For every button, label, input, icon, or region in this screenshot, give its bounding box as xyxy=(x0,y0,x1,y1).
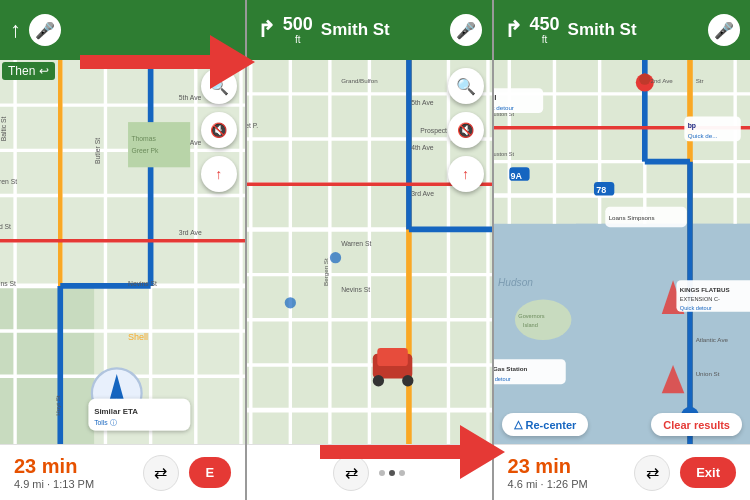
svg-text:Nevins St: Nevins St xyxy=(128,280,157,287)
svg-text:Nevins St: Nevins St xyxy=(341,286,370,293)
nav-distance-3: 450 ft xyxy=(530,15,560,46)
recenter-button[interactable]: △ Re-center xyxy=(502,413,589,436)
nav-header-3: ↱ 450 ft Smith St 🎤 xyxy=(494,0,750,60)
eta-info-3: 23 min 4.6 mi · 1:26 PM xyxy=(508,455,625,490)
svg-text:Gulf Gas Station: Gulf Gas Station xyxy=(494,365,528,372)
route-options-button-1[interactable]: ⇄ xyxy=(143,455,179,491)
panels-container: ↑ 🎤 Then ↩ Boerum Park xyxy=(0,0,750,500)
mic-button-2[interactable]: 🎤 xyxy=(450,14,482,46)
nav-distance-2: 500 ft xyxy=(283,15,313,46)
svg-text:Atlantic Ave: Atlantic Ave xyxy=(695,336,728,343)
bottom-bar-3: 23 min 4.6 mi · 1:26 PM ⇄ Exit xyxy=(494,444,750,500)
svg-text:Grand/Bulfon: Grand/Bulfon xyxy=(341,77,378,84)
svg-text:E Houston St: E Houston St xyxy=(494,151,515,157)
svg-point-72 xyxy=(402,375,413,386)
clear-results-button[interactable]: Clear results xyxy=(651,413,742,436)
compass-2[interactable]: ↑ xyxy=(448,156,484,192)
svg-text:5th Ave: 5th Ave xyxy=(411,99,434,106)
bottom-bar-2: ⇄ xyxy=(247,444,492,500)
panel-3: ↱ 450 ft Smith St 🎤 xyxy=(494,0,750,500)
svg-text:Warren St: Warren St xyxy=(341,240,371,247)
svg-text:Quick detour: Quick detour xyxy=(494,376,511,382)
dot-3 xyxy=(399,470,405,476)
svg-text:5th Ave: 5th Ave xyxy=(179,94,202,101)
eta-info-1: 23 min 4.9 mi · 1:13 PM xyxy=(14,455,133,490)
sound-button-2[interactable]: 🔇 xyxy=(448,112,484,148)
svg-text:Quick de...: Quick de... xyxy=(687,132,717,139)
compass-1[interactable]: ↑ xyxy=(201,156,237,192)
svg-rect-33 xyxy=(128,122,190,167)
eta-details-1: 4.9 mi · 1:13 PM xyxy=(14,478,133,490)
bottom-bar-1: 23 min 4.9 mi · 1:13 PM ⇄ E xyxy=(0,444,245,500)
nav-direction-arrow-3: ↱ xyxy=(504,17,522,43)
svg-text:2nd Ave: 2nd Ave xyxy=(650,77,673,84)
svg-text:bp: bp xyxy=(687,122,695,130)
nav-header-1: ↑ 🎤 xyxy=(0,0,245,60)
svg-text:Similar ETA: Similar ETA xyxy=(94,407,138,416)
svg-text:Bergen St: Bergen St xyxy=(321,258,328,286)
eta-time-1: 23 min xyxy=(14,455,133,478)
svg-rect-70 xyxy=(377,348,407,366)
exit-button[interactable]: Exit xyxy=(680,457,736,488)
nav-direction-arrow-2: ↱ xyxy=(257,17,275,43)
svg-text:Bullet P.: Bullet P. xyxy=(247,122,258,129)
panel-2: ↱ 500 ft Smith St 🎤 xyxy=(247,0,494,500)
svg-text:KINGS FLATBUS: KINGS FLATBUS xyxy=(679,286,729,293)
search-button-2[interactable]: 🔍 xyxy=(448,68,484,104)
svg-text:Hoyt St: Hoyt St xyxy=(54,395,61,416)
svg-text:Shell: Shell xyxy=(128,332,148,342)
then-label: Then ↩ xyxy=(2,62,55,80)
svg-text:Baltic St: Baltic St xyxy=(0,116,7,141)
svg-point-73 xyxy=(330,252,341,263)
svg-text:Quick detour: Quick detour xyxy=(494,104,514,111)
svg-text:Tolls ⓘ: Tolls ⓘ xyxy=(94,419,116,426)
expand-button-1[interactable]: E xyxy=(189,457,231,488)
panel-1: ↑ 🎤 Then ↩ Boerum Park xyxy=(0,0,247,500)
svg-text:Loans Simpsons: Loans Simpsons xyxy=(608,214,654,221)
svg-text:78: 78 xyxy=(596,185,606,195)
route-options-button-2[interactable]: ⇄ xyxy=(333,455,369,491)
progress-dots xyxy=(379,470,405,476)
search-button-1[interactable]: 🔍 xyxy=(201,68,237,104)
svg-text:Hudson: Hudson xyxy=(498,277,533,288)
eta-time-3: 23 min xyxy=(508,455,625,478)
svg-point-110 xyxy=(514,299,570,340)
route-options-button-3[interactable]: ⇄ xyxy=(634,455,670,491)
dot-2 xyxy=(389,470,395,476)
svg-text:Mobil: Mobil xyxy=(494,94,497,101)
svg-text:3rd Ave: 3rd Ave xyxy=(411,190,434,197)
svg-text:Warren St: Warren St xyxy=(0,178,17,185)
svg-text:3rd Ave: 3rd Ave xyxy=(179,229,202,236)
svg-text:Thomas: Thomas xyxy=(131,135,156,142)
map-area-2[interactable]: Bullet P. Grand/Bulfon Prospect St 5th A… xyxy=(247,60,492,444)
svg-text:Union St: Union St xyxy=(695,370,719,377)
mic-button-1[interactable]: 🎤 xyxy=(29,14,61,46)
mic-button-3[interactable]: 🎤 xyxy=(708,14,740,46)
svg-text:Quick detour: Quick detour xyxy=(679,305,711,311)
svg-point-71 xyxy=(373,375,384,386)
recenter-label: Re-center xyxy=(526,419,577,431)
nav-street-2: Smith St xyxy=(321,20,442,40)
svg-text:Greer Pk: Greer Pk xyxy=(131,147,159,154)
svg-text:EXTENSION C-: EXTENSION C- xyxy=(679,296,719,302)
nav-street-3: Smith St xyxy=(568,20,700,40)
svg-text:Bond St: Bond St xyxy=(0,223,11,230)
svg-text:Island: Island xyxy=(522,322,537,328)
svg-point-74 xyxy=(284,297,295,308)
svg-text:4th Ave: 4th Ave xyxy=(411,144,434,151)
dot-1 xyxy=(379,470,385,476)
svg-text:Butler St: Butler St xyxy=(94,138,101,164)
recenter-icon: △ xyxy=(514,418,522,431)
nav-header-2: ↱ 500 ft Smith St 🎤 xyxy=(247,0,492,60)
map-area-1[interactable]: Boerum Park xyxy=(0,60,245,444)
clear-label: Clear results xyxy=(663,419,730,431)
sound-button-1[interactable]: 🔇 xyxy=(201,112,237,148)
svg-text:Nevins St: Nevins St xyxy=(0,280,16,287)
eta-details-3: 4.6 mi · 1:26 PM xyxy=(508,478,625,490)
nav-direction-arrow-1: ↑ xyxy=(10,17,21,43)
map-actions: △ Re-center Clear results xyxy=(494,413,750,436)
svg-text:9A: 9A xyxy=(510,171,522,181)
svg-point-97 xyxy=(639,74,650,85)
svg-rect-77 xyxy=(494,60,750,224)
map-area-3[interactable]: 2nd Ave Str E Houston St E Houston St 78… xyxy=(494,60,750,444)
